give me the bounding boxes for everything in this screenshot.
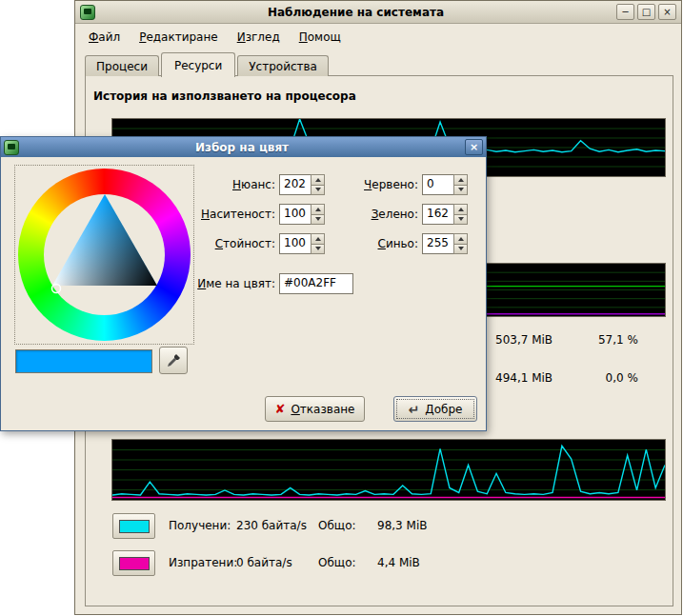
arrow-down-icon: [458, 188, 464, 191]
received-color-button[interactable]: [112, 513, 155, 539]
dialog-close-icon: ×: [470, 141, 478, 153]
color-name-label: Име на цвят:: [144, 277, 275, 290]
menu-view[interactable]: Изглед: [237, 30, 280, 44]
main-titlebar[interactable]: Наблюдение на системата ─ □ ×: [75, 1, 681, 24]
swap-percent: 0,0 %: [583, 371, 638, 385]
blue-increment-button[interactable]: [453, 233, 468, 245]
sent-color-swatch: [119, 557, 150, 570]
network-received-row: Получени: 230 байта/s Общо: 98,3 MiB: [112, 513, 512, 539]
dialog-title: Избор на цвят: [22, 141, 462, 154]
red-decrement-button[interactable]: [453, 186, 468, 196]
minimize-icon: ─: [622, 8, 628, 17]
cancel-x-icon: ✘: [275, 403, 286, 415]
network-history-plot: [112, 440, 665, 500]
color-name-input[interactable]: #00A2FF: [279, 273, 353, 294]
tab-processes[interactable]: Процеси: [85, 55, 159, 76]
memory-stat-row: 503,7 MiB 57,1 %: [495, 333, 638, 347]
received-total-label: Общо:: [318, 519, 356, 532]
network-sent-row: Изпратени: 0 байта/s Общо: 4,4 MiB: [112, 550, 512, 576]
red-increment-button[interactable]: [453, 174, 468, 186]
color-picker-dialog: Избор на цвят ×: [0, 136, 487, 431]
eyedropper-button[interactable]: [159, 347, 188, 374]
dialog-close-button[interactable]: ×: [465, 139, 483, 155]
swap-amount: 494,1 MiB: [495, 371, 579, 385]
swap-stat-row: 494,1 MiB 0,0 %: [495, 371, 638, 385]
menu-edit[interactable]: Редактиране: [139, 30, 218, 44]
green-increment-button[interactable]: [453, 204, 468, 215]
arrow-up-icon: [458, 208, 464, 211]
menu-help[interactable]: Помощ: [299, 30, 341, 44]
red-input[interactable]: 0: [422, 174, 453, 195]
menubar: Файл Редактиране Изглед Помощ: [75, 24, 681, 50]
green-input[interactable]: 162: [422, 204, 453, 225]
network-history-chart: [111, 439, 666, 501]
blue-spinner: 255: [422, 233, 468, 254]
menu-file[interactable]: Файл: [89, 30, 120, 44]
saturation-label: Наситеност:: [144, 208, 275, 221]
tab-resources[interactable]: Ресурси: [161, 52, 235, 77]
arrow-down-icon: [458, 217, 464, 221]
cancel-button-label: Отказване: [291, 403, 354, 416]
system-monitor-icon: [80, 5, 95, 20]
tab-devices[interactable]: Устройства: [237, 55, 329, 76]
hue-label: Нюанс:: [144, 178, 275, 191]
ok-button[interactable]: ↵ Добре: [393, 396, 477, 422]
red-spinner: 0: [422, 174, 468, 195]
close-icon: ×: [663, 8, 671, 17]
sent-total: 4,4 MiB: [377, 556, 420, 569]
close-button[interactable]: ×: [658, 4, 676, 20]
value-label: Стойност:: [144, 237, 275, 250]
received-rate: 230 байта/s: [236, 519, 307, 532]
sent-color-button[interactable]: [112, 550, 155, 576]
memory-percent: 57,1 %: [583, 333, 638, 347]
arrow-up-icon: [458, 237, 464, 241]
ok-button-label: Добре: [425, 403, 462, 416]
blue-input[interactable]: 255: [422, 233, 453, 254]
dialog-titlebar[interactable]: Избор на цвят ×: [1, 137, 486, 157]
maximize-icon: □: [642, 8, 651, 17]
red-label: Червено:: [306, 178, 418, 191]
color-wheel-area: [14, 165, 194, 345]
green-label: Зелено:: [306, 208, 418, 221]
received-color-swatch: [119, 520, 150, 533]
green-spinner: 162: [422, 204, 468, 225]
sent-total-label: Общо:: [318, 556, 356, 569]
eyedropper-icon: [166, 353, 181, 368]
screen: Наблюдение на системата ─ □ × Файл Редак…: [0, 0, 683, 616]
minimize-button[interactable]: ─: [616, 4, 634, 20]
received-label: Получени:: [169, 519, 231, 532]
blue-label: Синьо:: [306, 237, 418, 250]
notebook-tabs: Процеси Ресурси Устройства: [85, 52, 331, 76]
green-decrement-button[interactable]: [453, 215, 468, 226]
sent-label: Изпратени:: [169, 556, 237, 569]
blue-decrement-button[interactable]: [453, 245, 468, 255]
memory-amount: 503,7 MiB: [495, 333, 579, 347]
maximize-button[interactable]: □: [637, 4, 655, 20]
received-total: 98,3 MiB: [377, 519, 427, 532]
cpu-history-heading: История на използването на процесора: [93, 89, 356, 103]
color-preview-swatch: [15, 349, 152, 373]
sv-triangle-shade: [52, 194, 157, 286]
sent-rate: 0 байта/s: [236, 556, 292, 569]
cancel-button[interactable]: ✘ Отказване: [265, 396, 365, 422]
window-title: Наблюдение на системата: [98, 6, 613, 19]
arrow-down-icon: [458, 247, 464, 250]
dialog-icon: [4, 140, 19, 155]
ok-enter-icon: ↵: [409, 403, 420, 416]
sv-triangle[interactable]: [18, 169, 191, 341]
arrow-up-icon: [458, 178, 464, 182]
